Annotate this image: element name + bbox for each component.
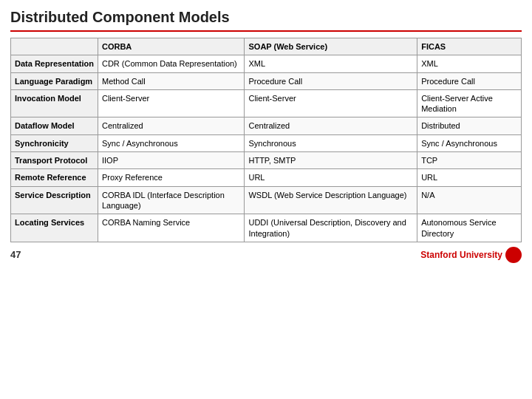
cell-7-2: N/A [417,186,522,214]
cell-3-2: Distributed [417,117,522,134]
cell-6-0: Proxy Reference [98,169,245,186]
table-header-row: CORBA SOAP (Web Service) FICAS [11,38,522,55]
col-header-row-label [11,38,98,55]
cell-1-0: Method Call [98,72,245,89]
cell-6-2: URL [417,169,522,186]
cell-8-0: CORBA Naming Service [98,214,245,242]
cell-4-1: Synchronous [245,134,417,151]
row-header-5: Transport Protocol [11,152,98,169]
cell-7-1: WSDL (Web Service Description Language) [245,186,417,214]
cell-0-2: XML [417,55,522,72]
cell-0-1: XML [245,55,417,72]
cell-4-0: Sync / Asynchronous [98,134,245,151]
cell-2-1: Client-Server [245,89,417,117]
cell-2-2: Client-Server Active Mediation [417,89,522,117]
cell-6-1: URL [245,169,417,186]
cell-8-1: UDDI (Universal Description, Discovery a… [245,214,417,242]
page-title: Distributed Component Models [10,9,522,26]
page-number: 47 [10,249,21,260]
comparison-table: CORBA SOAP (Web Service) FICAS Data Repr… [10,38,522,242]
stanford-logo: Stanford University [420,247,522,263]
cell-0-0: CDR (Common Data Representation) [98,55,245,72]
table-row: Invocation ModelClient-ServerClient-Serv… [11,89,522,117]
table-row: Remote ReferenceProxy ReferenceURLURL [11,169,522,186]
cell-1-2: Procedure Call [417,72,522,89]
cell-2-0: Client-Server [98,89,245,117]
table-row: SynchronicitySync / AsynchronousSynchron… [11,134,522,151]
stanford-seal [505,247,522,263]
col-header-ficas: FICAS [417,38,522,55]
table-row: Transport ProtocolIIOPHTTP, SMTPTCP [11,152,522,169]
row-header-7: Service Description [11,186,98,214]
row-header-4: Synchronicity [11,134,98,151]
cell-1-1: Procedure Call [245,72,417,89]
table-row: Language ParadigmMethod CallProcedure Ca… [11,72,522,89]
page-footer: 47 Stanford University [10,247,522,263]
stanford-label: Stanford University [420,250,502,260]
cell-3-0: Centralized [98,117,245,134]
row-header-3: Dataflow Model [11,117,98,134]
cell-7-0: CORBA IDL (Interface Description Languag… [98,186,245,214]
row-header-0: Data Representation [11,55,98,72]
col-header-corba: CORBA [98,38,245,55]
title-underline [10,30,522,32]
col-header-soap: SOAP (Web Service) [245,38,417,55]
cell-4-2: Sync / Asynchronous [417,134,522,151]
row-header-2: Invocation Model [11,89,98,117]
row-header-6: Remote Reference [11,169,98,186]
cell-5-1: HTTP, SMTP [245,152,417,169]
table-row: Locating ServicesCORBA Naming ServiceUDD… [11,214,522,242]
row-header-8: Locating Services [11,214,98,242]
table-row: Data RepresentationCDR (Common Data Repr… [11,55,522,72]
table-row: Service DescriptionCORBA IDL (Interface … [11,186,522,214]
cell-8-2: Autonomous Service Directory [417,214,522,242]
cell-3-1: Centralized [245,117,417,134]
cell-5-0: IIOP [98,152,245,169]
row-header-1: Language Paradigm [11,72,98,89]
cell-5-2: TCP [417,152,522,169]
table-row: Dataflow ModelCentralizedCentralizedDist… [11,117,522,134]
